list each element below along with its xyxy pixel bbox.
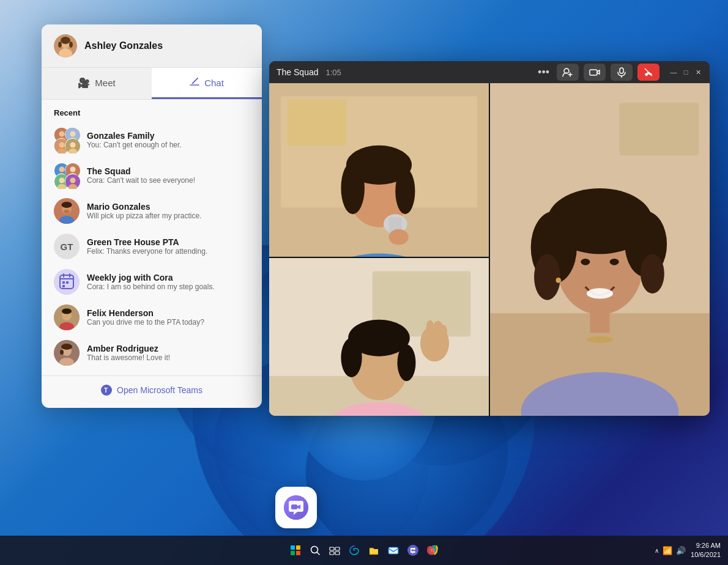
svg-point-73 xyxy=(341,162,365,215)
svg-point-39 xyxy=(62,202,72,208)
contact-name: Green Tree House PTA xyxy=(87,237,250,247)
search-button[interactable] xyxy=(306,542,324,559)
tab-chat[interactable]: Chat xyxy=(152,68,262,99)
start-button[interactable] xyxy=(287,542,304,559)
open-teams-label: Open Microsoft Teams xyxy=(117,385,202,395)
video-grid xyxy=(269,83,710,416)
taskbar: ∧ 📶 🔊 9:26 AM 10/6/2021 xyxy=(0,536,728,565)
svg-rect-96 xyxy=(620,103,699,155)
list-item[interactable]: The Squad Cora: Can't wait to see everyo… xyxy=(42,158,262,193)
more-options-button[interactable]: ••• xyxy=(535,66,552,79)
svg-rect-128 xyxy=(412,550,414,552)
svg-point-40 xyxy=(64,210,70,213)
svg-point-35 xyxy=(70,178,76,183)
list-item[interactable]: Mario Gonzales Will pick up pizza after … xyxy=(42,193,262,229)
svg-point-11 xyxy=(58,42,62,48)
gt-avatar: GT xyxy=(54,234,80,259)
end-call-button[interactable] xyxy=(637,64,659,81)
chrome-button[interactable] xyxy=(424,542,441,559)
svg-rect-118 xyxy=(291,551,295,555)
svg-point-109 xyxy=(587,288,613,298)
maximize-button[interactable]: □ xyxy=(682,68,690,76)
chat-preview: Can you drive me to the PTA today? xyxy=(87,318,250,327)
minimize-button[interactable]: — xyxy=(669,68,678,76)
contact-name: Felix Henderson xyxy=(87,308,250,318)
amber-info: Amber Rodriguez That is awesome! Love it… xyxy=(87,344,250,362)
video-cell-right xyxy=(490,83,710,416)
squad-avatar xyxy=(54,163,80,188)
svg-rect-126 xyxy=(388,547,398,554)
mic-button[interactable] xyxy=(611,64,633,81)
mario-info: Mario Gonzales Will pick up pizza after … xyxy=(87,202,250,220)
edge-button[interactable] xyxy=(346,542,363,559)
svg-point-23 xyxy=(70,142,76,148)
clock-date: 10/6/2021 xyxy=(691,550,721,559)
svg-text:T: T xyxy=(104,387,108,394)
svg-rect-63 xyxy=(620,68,623,73)
svg-rect-115 xyxy=(291,504,297,509)
svg-point-74 xyxy=(395,168,415,214)
svg-rect-48 xyxy=(66,281,69,284)
svg-point-105 xyxy=(534,254,560,300)
task-view-button[interactable] xyxy=(326,542,343,559)
contact-name: Mario Gonzales xyxy=(87,202,250,212)
teams-taskbar-button[interactable] xyxy=(404,542,422,559)
video-call-window: The Squad 1:05 ••• xyxy=(269,61,710,416)
svg-rect-62 xyxy=(590,70,597,75)
svg-point-10 xyxy=(61,37,70,44)
list-item[interactable]: Weekly jog with Cora Cora: I am so behin… xyxy=(42,264,262,300)
chat-preview: Cora: Can't wait to see everyone! xyxy=(87,176,250,185)
list-item[interactable]: GT Green Tree House PTA Felix: Thanks ev… xyxy=(42,229,262,264)
svg-point-57 xyxy=(60,350,64,355)
squad-info: The Squad Cora: Can't wait to see everyo… xyxy=(87,166,250,185)
svg-point-88 xyxy=(341,338,362,377)
camera-button[interactable] xyxy=(584,64,606,81)
svg-rect-47 xyxy=(62,281,65,284)
chat-preview: Cora: I am so behind on my step goals. xyxy=(87,282,250,291)
user-name: Ashley Gonzales xyxy=(84,40,163,51)
wifi-icon: 📶 xyxy=(663,546,672,555)
chat-edit-icon xyxy=(190,76,199,89)
svg-rect-68 xyxy=(288,100,346,146)
chat-preview: That is awesome! Love it! xyxy=(87,353,250,362)
felix-info: Felix Henderson Can you drive me to the … xyxy=(87,308,250,327)
tab-meet[interactable]: 🎥 Meet xyxy=(42,68,152,99)
svg-point-14 xyxy=(59,131,65,137)
list-item[interactable]: Gonzales Family You: Can't get enough of… xyxy=(42,122,262,158)
svg-point-26 xyxy=(59,167,65,172)
svg-point-107 xyxy=(563,195,596,234)
svg-point-92 xyxy=(426,320,434,335)
close-button[interactable]: ✕ xyxy=(694,68,702,76)
explorer-button[interactable] xyxy=(365,542,382,559)
tab-meet-label: Meet xyxy=(95,78,115,88)
svg-rect-116 xyxy=(291,545,295,550)
svg-rect-123 xyxy=(335,547,340,550)
video-cell-bottom-left xyxy=(269,258,489,416)
svg-point-52 xyxy=(62,309,72,314)
svg-point-111 xyxy=(610,259,619,265)
svg-rect-117 xyxy=(296,545,300,550)
call-timer: 1:05 xyxy=(326,68,341,77)
list-item[interactable]: Amber Rodriguez That is awesome! Love it… xyxy=(42,335,262,371)
meet-icon: 🎥 xyxy=(78,77,90,89)
list-item[interactable]: Felix Henderson Can you drive me to the … xyxy=(42,300,262,335)
teams-desktop-icon[interactable] xyxy=(275,487,317,528)
svg-point-110 xyxy=(581,259,590,265)
weekly-jog-info: Weekly jog with Cora Cora: I am so behin… xyxy=(87,273,250,291)
chevron-up-icon[interactable]: ∧ xyxy=(655,547,659,554)
recent-label: Recent xyxy=(42,100,262,122)
gt-info: Green Tree House PTA Felix: Thanks every… xyxy=(87,237,250,256)
mail-button[interactable] xyxy=(385,542,402,559)
svg-point-32 xyxy=(59,178,65,183)
svg-point-29 xyxy=(70,167,76,172)
gonzales-family-info: Gonzales Family You: Can't get enough of… xyxy=(87,131,250,149)
svg-rect-125 xyxy=(335,552,340,555)
window-titlebar: The Squad 1:05 ••• xyxy=(269,61,710,83)
taskbar-center xyxy=(287,542,441,559)
svg-point-17 xyxy=(70,131,76,137)
clock-time: 9:26 AM xyxy=(696,541,721,550)
add-person-button[interactable] xyxy=(557,64,579,81)
svg-rect-122 xyxy=(330,547,334,550)
call-title: The Squad xyxy=(277,67,319,77)
open-teams-button[interactable]: T Open Microsoft Teams xyxy=(42,375,262,398)
